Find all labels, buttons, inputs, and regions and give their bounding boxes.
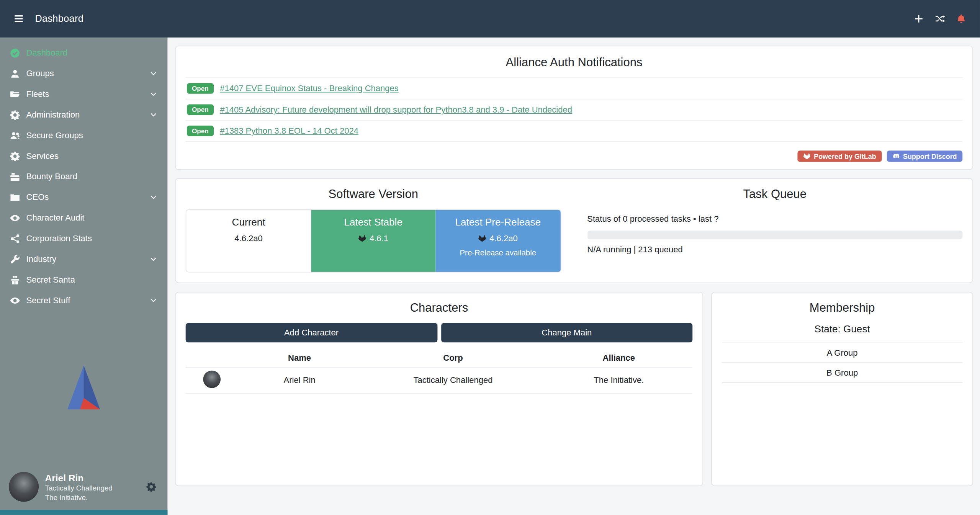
bell-icon	[956, 14, 966, 24]
sidebar-item-secret-santa[interactable]: Secret Santa	[0, 269, 167, 290]
characters-table-header: Name Corp Alliance	[186, 349, 693, 368]
add-character-button[interactable]: Add Character	[186, 323, 437, 343]
main-content: Alliance Auth Notifications Open #1407 E…	[167, 38, 980, 515]
characters-card: Characters Add Character Change Main Nam…	[175, 292, 703, 486]
sidebar-item-label: Administration	[26, 110, 143, 119]
sidebar-item-ceos[interactable]: CEOs	[0, 187, 167, 208]
sidebar-item-industry[interactable]: Industry	[0, 249, 167, 270]
bottom-row: Characters Add Character Change Main Nam…	[175, 292, 973, 486]
folder-icon	[10, 192, 20, 202]
user-settings-button[interactable]	[144, 479, 159, 494]
task-queue-status: Status of 0 processed tasks • last ?	[587, 214, 962, 224]
discord-icon	[892, 152, 900, 160]
sidebar-item-label: Secure Groups	[26, 131, 158, 140]
cash-register-icon	[10, 172, 20, 181]
sidebar-item-label: Bounty Board	[26, 172, 158, 181]
user-alliance: The Initiative.	[45, 493, 138, 502]
sidebar-item-secret-stuff[interactable]: Secret Stuff	[0, 290, 167, 311]
random-character-button[interactable]	[933, 11, 947, 26]
character-name: Ariel Rin	[238, 376, 361, 385]
version-prerelease-label: Latest Pre-Release	[441, 217, 555, 228]
notification-link[interactable]: #1383 Python 3.8 EOL - 14 Oct 2024	[220, 126, 358, 136]
check-circle-icon	[10, 48, 20, 58]
folder-open-icon	[10, 89, 20, 99]
version-current-value: 4.6.2a0	[234, 234, 263, 243]
version-latest-prerelease: Latest Pre-Release 4.6.2a0 Pre-Release a…	[436, 210, 561, 272]
version-stable-value: 4.6.1	[370, 234, 388, 243]
chevron-down-icon	[149, 111, 157, 119]
gear-icon	[10, 151, 20, 161]
gitlab-icon	[803, 152, 811, 160]
sidebar-item-label: Secret Stuff	[26, 296, 143, 305]
sidebar-item-administration[interactable]: Administration	[0, 105, 167, 125]
version-latest-stable: Latest Stable 4.6.1	[311, 210, 436, 272]
version-current-label: Current	[191, 217, 306, 228]
wrench-icon	[10, 254, 20, 264]
sidebar-item-label: Dashboard	[26, 48, 158, 57]
sidebar-item-fleets[interactable]: Fleets	[0, 84, 167, 105]
notifications-footer: Powered by GitLab Support Discord	[186, 150, 963, 162]
characters-table: Name Corp Alliance Ariel Rin Tactically …	[186, 349, 693, 394]
sidebar-item-services[interactable]: Services	[0, 146, 167, 166]
notification-row: Open #1383 Python 3.8 EOL - 14 Oct 2024	[186, 121, 963, 142]
gear-icon	[146, 482, 156, 492]
sidebar-item-groups[interactable]: Groups	[0, 63, 167, 84]
character-row: Ariel Rin Tactically Challenged The Init…	[186, 368, 693, 394]
share-nodes-icon	[10, 234, 20, 244]
user-icon	[10, 69, 20, 78]
notifications-button[interactable]	[954, 11, 969, 26]
software-version-title: Software Version	[186, 188, 561, 201]
gitlab-icon	[358, 234, 366, 242]
eye-icon	[10, 213, 20, 223]
user-name: Ariel Rin	[45, 472, 138, 484]
task-queue-section: Task Queue Status of 0 processed tasks •…	[587, 188, 962, 273]
sidebar-item-bounty-board[interactable]: Bounty Board	[0, 166, 167, 187]
support-discord-badge[interactable]: Support Discord	[887, 150, 963, 162]
software-version-task-queue-card: Software Version Current 4.6.2a0 Latest …	[175, 178, 973, 283]
alliance-column-header: Alliance	[545, 353, 692, 362]
notification-link[interactable]: #1405 Advisory: Future development will …	[220, 105, 572, 114]
group-row: A Group	[722, 343, 962, 363]
version-prerelease-value: 4.6.2a0	[489, 234, 518, 243]
characters-title: Characters	[186, 301, 693, 315]
membership-card: Membership State: Guest A Group B Group	[711, 292, 973, 486]
user-meta: Ariel Rin Tactically Challenged The Init…	[45, 472, 138, 503]
change-main-button[interactable]: Change Main	[441, 323, 692, 343]
version-prerelease-note: Pre-Release available	[441, 249, 555, 258]
character-portrait	[203, 371, 221, 388]
notification-row: Open #1407 EVE Equinox Status - Breaking…	[186, 78, 963, 99]
initiative-logo	[64, 363, 103, 412]
gear-icon	[10, 110, 20, 119]
notifications-title: Alliance Auth Notifications	[186, 56, 963, 69]
notification-link[interactable]: #1407 EVE Equinox Status - Breaking Chan…	[220, 84, 399, 93]
status-badge: Open	[187, 104, 214, 115]
sidebar-item-label: CEOs	[26, 193, 143, 202]
chevron-down-icon	[149, 255, 157, 263]
sidebar-item-secure-groups[interactable]: Secure Groups	[0, 125, 167, 146]
sidebar-item-label: Character Audit	[26, 213, 158, 222]
menu-toggle-button[interactable]	[11, 11, 26, 26]
alliance-logo	[0, 311, 167, 464]
task-queue-title: Task Queue	[587, 188, 962, 201]
user-corporation: Tactically Challenged	[45, 484, 138, 493]
notifications-list: Open #1407 EVE Equinox Status - Breaking…	[186, 77, 963, 142]
status-badge: Open	[187, 126, 214, 137]
alliance-auth-notifications-card: Alliance Auth Notifications Open #1407 E…	[175, 46, 973, 170]
badge-label: Support Discord	[903, 152, 957, 160]
sidebar-item-label: Groups	[26, 69, 143, 78]
sidebar-item-dashboard[interactable]: Dashboard	[0, 43, 167, 63]
chevron-down-icon	[149, 90, 157, 98]
gifts-icon	[10, 275, 20, 284]
chevron-down-icon	[149, 193, 157, 201]
software-version-section: Software Version Current 4.6.2a0 Latest …	[186, 188, 561, 273]
add-button[interactable]	[911, 11, 926, 26]
version-current: Current 4.6.2a0	[186, 210, 311, 272]
sidebar-bottom-strip	[0, 510, 167, 515]
characters-actions: Add Character Change Main	[186, 323, 693, 343]
sidebar-item-character-audit[interactable]: Character Audit	[0, 208, 167, 228]
sidebar-item-corporation-stats[interactable]: Corporation Stats	[0, 228, 167, 249]
sidebar-nav: Dashboard Groups Fleets Administration S…	[0, 38, 167, 311]
powered-by-gitlab-badge[interactable]: Powered by GitLab	[798, 150, 882, 162]
notification-row: Open #1405 Advisory: Future development …	[186, 99, 963, 120]
sidebar: Dashboard Groups Fleets Administration S…	[0, 38, 167, 515]
